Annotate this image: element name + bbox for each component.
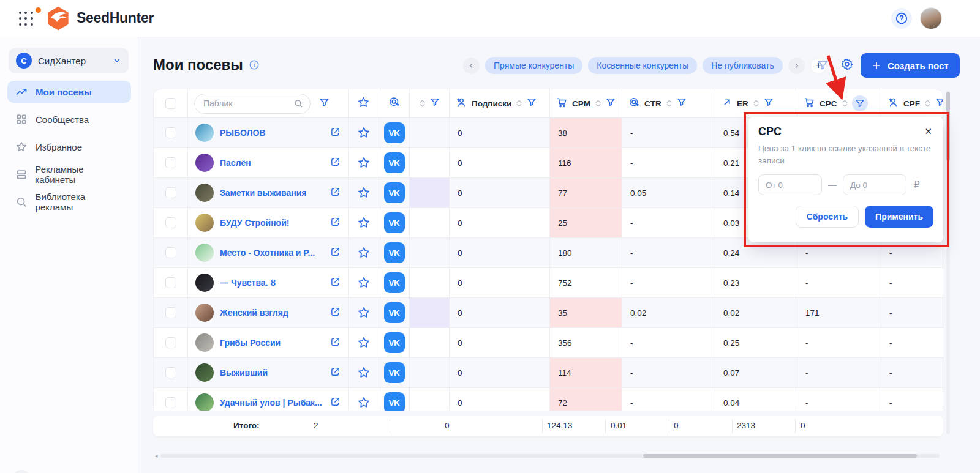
external-link-icon[interactable] bbox=[330, 187, 341, 199]
vk-icon[interactable]: VK bbox=[384, 122, 405, 143]
community-name-link[interactable]: Удачный улов | Рыбак... bbox=[220, 398, 324, 408]
favorite-column-header-icon[interactable] bbox=[357, 96, 370, 111]
vertical-scrollbar[interactable] bbox=[946, 91, 950, 434]
vk-icon[interactable]: VK bbox=[384, 182, 405, 203]
community-name-link[interactable]: БУДУ Стройной! bbox=[220, 218, 324, 228]
community-name-link[interactable]: Заметки выживания bbox=[220, 188, 324, 198]
sort-icon[interactable] bbox=[595, 99, 601, 108]
vk-icon[interactable]: VK bbox=[384, 272, 405, 293]
row-checkbox[interactable] bbox=[165, 157, 176, 168]
external-link-icon[interactable] bbox=[330, 127, 341, 140]
external-link-icon[interactable] bbox=[330, 307, 341, 319]
reset-button[interactable]: Сбросить bbox=[796, 206, 859, 228]
community-name-link[interactable]: Паслён bbox=[220, 158, 324, 168]
favorite-star-button[interactable] bbox=[357, 216, 371, 229]
hscroll-left-arrow[interactable]: ◄ bbox=[154, 453, 159, 459]
info-icon[interactable] bbox=[249, 59, 260, 70]
community-name-link[interactable]: Место - Охотника и Р... bbox=[220, 248, 324, 258]
sidebar-item-ad-accounts[interactable]: Рекламные кабинеты bbox=[7, 163, 131, 185]
user-avatar[interactable] bbox=[920, 7, 942, 29]
sort-icon[interactable] bbox=[842, 99, 848, 108]
help-button[interactable] bbox=[891, 8, 912, 29]
row-checkbox[interactable] bbox=[165, 217, 176, 228]
select-all-checkbox[interactable] bbox=[165, 98, 176, 109]
vk-icon[interactable]: VK bbox=[384, 332, 405, 353]
community-name-link[interactable]: — Чувства. ȣ bbox=[220, 278, 324, 288]
settings-gear-icon[interactable] bbox=[840, 58, 854, 71]
create-post-button[interactable]: Создать пост bbox=[861, 53, 960, 78]
row-checkbox[interactable] bbox=[165, 367, 176, 378]
community-name-link[interactable]: РЫБОЛОВ bbox=[220, 128, 324, 138]
cpm-filter-icon[interactable] bbox=[605, 97, 616, 110]
favorite-star-button[interactable] bbox=[357, 246, 371, 259]
favorite-star-button[interactable] bbox=[357, 396, 371, 409]
cpc-filter-icon-active[interactable] bbox=[852, 95, 868, 111]
external-link-icon[interactable] bbox=[330, 277, 341, 289]
cpc-from-input[interactable] bbox=[758, 174, 822, 195]
vk-icon[interactable]: VK bbox=[384, 302, 405, 323]
row-checkbox[interactable] bbox=[165, 397, 176, 408]
sidebar-collapse-button[interactable] bbox=[12, 470, 31, 473]
chip-indirect-competitors[interactable]: Косвенные конкуренты bbox=[588, 57, 697, 74]
popup-description: Цена за 1 клик по ссылке указанной в тек… bbox=[758, 143, 933, 166]
favorite-star-button[interactable] bbox=[357, 126, 371, 140]
global-filter-icon[interactable] bbox=[816, 59, 829, 72]
vk-icon[interactable]: VK bbox=[384, 392, 405, 411]
external-link-icon[interactable] bbox=[330, 217, 341, 229]
sidebar-item-my-seeds[interactable]: Мои посевы bbox=[7, 81, 131, 103]
external-link-icon[interactable] bbox=[330, 157, 341, 169]
vk-icon[interactable]: VK bbox=[384, 152, 405, 173]
sort-icon[interactable] bbox=[753, 99, 760, 108]
horizontal-scrollbar[interactable] bbox=[160, 454, 940, 458]
row-checkbox[interactable] bbox=[165, 337, 176, 348]
totals-er: 0 bbox=[674, 421, 679, 430]
favorite-star-button[interactable] bbox=[357, 306, 371, 319]
apps-grid-icon[interactable] bbox=[19, 12, 34, 26]
apply-button[interactable]: Применить bbox=[865, 206, 933, 228]
row-checkbox[interactable] bbox=[165, 127, 176, 138]
chips-scroll-right-button[interactable] bbox=[788, 58, 805, 74]
row-checkbox[interactable] bbox=[165, 247, 176, 258]
sort-icon[interactable] bbox=[666, 99, 673, 108]
sort-icon[interactable] bbox=[924, 99, 931, 108]
external-link-icon[interactable] bbox=[330, 247, 341, 259]
sidebar-item-ad-library[interactable]: Библиотека рекламы bbox=[7, 191, 131, 213]
community-name-link[interactable]: Выживший bbox=[220, 368, 324, 378]
row-checkbox[interactable] bbox=[165, 307, 176, 318]
cpc-to-input[interactable] bbox=[843, 174, 907, 195]
horizontal-scrollbar-thumb[interactable] bbox=[643, 454, 917, 458]
favorite-star-button[interactable] bbox=[357, 186, 371, 199]
clicks-filter-icon[interactable] bbox=[429, 97, 440, 110]
workspace-selector[interactable]: C СидХантер bbox=[9, 48, 129, 73]
sidebar-item-favorites[interactable]: Избранное bbox=[7, 136, 131, 158]
subs-filter-icon[interactable] bbox=[526, 97, 537, 110]
chip-direct-competitors[interactable]: Прямые конкуренты bbox=[485, 57, 582, 74]
favorite-star-button[interactable] bbox=[357, 336, 371, 349]
row-checkbox[interactable] bbox=[165, 187, 176, 198]
external-link-icon[interactable] bbox=[330, 367, 341, 379]
cpf-filter-icon[interactable] bbox=[935, 97, 943, 110]
favorite-star-button[interactable] bbox=[357, 366, 371, 379]
ctr-filter-icon[interactable] bbox=[676, 97, 687, 110]
row-checkbox[interactable] bbox=[165, 277, 176, 288]
favorite-star-button[interactable] bbox=[357, 156, 371, 169]
external-link-icon[interactable] bbox=[330, 337, 341, 349]
close-icon[interactable]: ✕ bbox=[923, 125, 933, 137]
chip-do-not-publish[interactable]: Не публиковать bbox=[703, 57, 782, 74]
favorite-star-button[interactable] bbox=[357, 276, 371, 289]
sidebar-item-communities[interactable]: Сообщества bbox=[7, 108, 131, 130]
sort-icon[interactable] bbox=[419, 99, 426, 108]
public-filter-icon[interactable] bbox=[318, 97, 330, 111]
sort-icon[interactable] bbox=[516, 99, 522, 108]
chips-scroll-left-button[interactable] bbox=[463, 58, 480, 74]
vertical-scrollbar-thumb[interactable] bbox=[946, 92, 950, 161]
vk-icon[interactable]: VK bbox=[384, 362, 405, 383]
clicks-target-icon[interactable] bbox=[388, 96, 401, 111]
seedhunter-logo-icon[interactable] bbox=[45, 6, 71, 34]
community-name-link[interactable]: Грибы России bbox=[220, 338, 324, 348]
vk-icon[interactable]: VK bbox=[384, 212, 405, 233]
er-filter-icon[interactable] bbox=[763, 97, 774, 110]
community-name-link[interactable]: Женский взгляд bbox=[220, 308, 324, 318]
external-link-icon[interactable] bbox=[330, 397, 341, 409]
vk-icon[interactable]: VK bbox=[384, 242, 405, 263]
